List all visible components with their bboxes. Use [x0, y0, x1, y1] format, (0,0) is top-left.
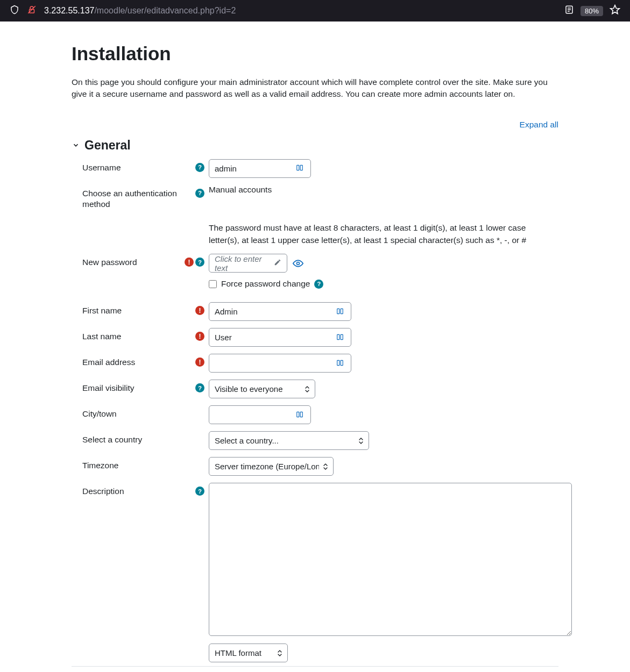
label-email: Email address — [82, 354, 187, 368]
shield-icon[interactable] — [10, 5, 19, 17]
required-icon: ! — [195, 332, 204, 341]
password-placeholder: Click to enter text — [215, 254, 271, 273]
label-force-password: Force password change — [221, 279, 310, 289]
label-new-password: New password — [82, 254, 187, 268]
help-icon[interactable]: ? — [195, 258, 204, 267]
zoom-badge[interactable]: 80% — [581, 6, 603, 16]
label-country: Select a country — [82, 431, 187, 445]
url-display[interactable]: 3.232.55.137/moodle/user/editadvanced.ph… — [44, 6, 557, 16]
password-hint: The password must have at least 8 charac… — [209, 221, 558, 251]
new-password-input[interactable]: Click to enter text — [209, 254, 287, 273]
help-icon[interactable]: ? — [195, 383, 204, 392]
country-select[interactable]: Select a country... — [209, 431, 369, 450]
section-additional-names-toggle[interactable]: Additional names — [72, 670, 558, 672]
label-description: Description — [82, 483, 187, 497]
first-name-input[interactable] — [209, 302, 351, 321]
label-timezone: Timezone — [82, 457, 187, 471]
label-city: City/town — [82, 405, 187, 419]
page-intro: On this page you should configure your m… — [72, 76, 558, 101]
reveal-password-icon[interactable] — [293, 258, 303, 269]
email-visibility-select[interactable]: Visible to everyone — [209, 380, 315, 398]
city-input[interactable] — [209, 405, 311, 424]
section-general-title: General — [84, 138, 131, 153]
label-username: Username — [82, 159, 187, 173]
url-host: 3.232.55.137 — [44, 6, 94, 16]
page-title: Installation — [72, 43, 558, 65]
label-last-name: Last name — [82, 328, 187, 342]
force-password-checkbox[interactable] — [209, 280, 217, 288]
bookmark-star-icon[interactable] — [610, 4, 620, 17]
label-email-visibility: Email visibility — [82, 380, 187, 394]
svg-marker-6 — [611, 5, 620, 14]
chevron-down-icon — [72, 141, 80, 149]
auth-method-value: Manual accounts — [209, 185, 558, 195]
pencil-icon — [274, 259, 281, 268]
help-icon[interactable]: ? — [195, 487, 204, 496]
section-general-toggle[interactable]: General — [72, 135, 558, 156]
email-input[interactable] — [209, 354, 351, 373]
help-icon[interactable]: ? — [314, 280, 323, 289]
label-first-name: First name — [82, 302, 187, 316]
timezone-select[interactable]: Server timezone (Europe/London) — [209, 457, 334, 476]
lock-insecure-icon[interactable] — [27, 5, 37, 17]
url-path: /moodle/user/editadvanced.php?id=2 — [94, 6, 236, 16]
last-name-input[interactable] — [209, 328, 351, 347]
label-auth-method: Choose an authentication method — [82, 185, 187, 210]
required-icon: ! — [185, 258, 194, 267]
description-format-select[interactable]: HTML format — [209, 644, 288, 662]
required-icon: ! — [195, 358, 204, 367]
browser-address-bar: 3.232.55.137/moodle/user/editadvanced.ph… — [0, 0, 630, 22]
help-icon[interactable]: ? — [195, 163, 204, 172]
description-textarea[interactable] — [209, 483, 572, 636]
reader-mode-icon[interactable] — [564, 5, 574, 17]
svg-point-9 — [297, 262, 300, 264]
help-icon[interactable]: ? — [195, 189, 204, 198]
expand-all-link[interactable]: Expand all — [520, 120, 558, 129]
username-input[interactable] — [209, 159, 311, 178]
required-icon: ! — [195, 306, 204, 315]
